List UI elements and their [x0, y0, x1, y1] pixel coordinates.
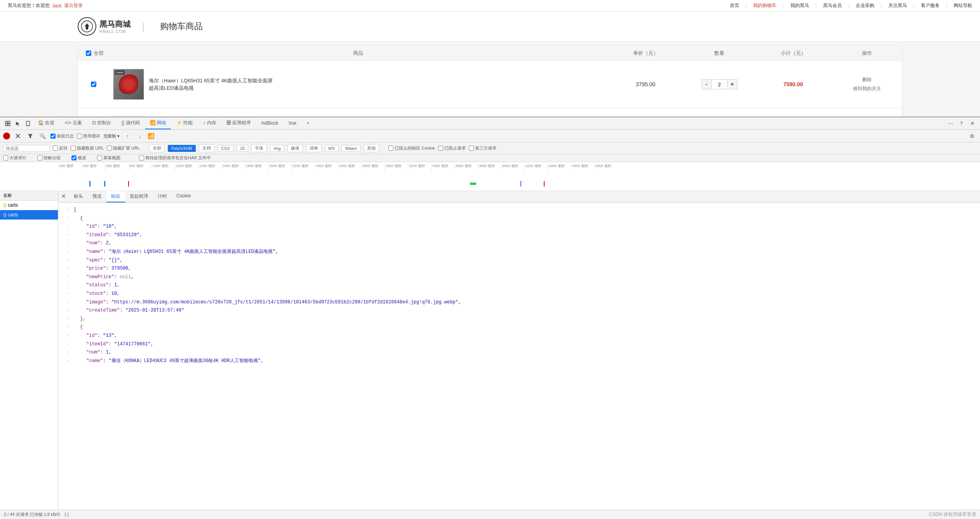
filter-manifest[interactable]: 清单 [306, 144, 322, 152]
record-button[interactable] [3, 132, 10, 139]
json-line-num2: - "num": 1, [58, 348, 980, 357]
include-har-label[interactable]: 将待处理的请求包含在HAR 文件中 [139, 155, 211, 161]
wf-bar-2 [104, 181, 105, 186]
check-all-checkbox[interactable] [86, 51, 91, 56]
group-frame-label[interactable]: 按帧分组 [37, 155, 61, 161]
item1-checkbox[interactable] [91, 82, 96, 87]
tab-memory[interactable]: ○ 内存 [198, 117, 221, 129]
third-party-checkbox[interactable] [469, 146, 474, 151]
request-item-2[interactable]: ⟨⟩ carts [0, 210, 58, 220]
filter-icon-btn[interactable] [26, 131, 35, 141]
tab-preview[interactable]: 预览 [88, 191, 106, 202]
tab-timing[interactable]: 计时 [153, 191, 172, 202]
filter-other[interactable]: 其他 [364, 144, 379, 152]
filter-all[interactable]: 全部 [149, 144, 165, 152]
blocked-req-label[interactable]: 已阻止请求 [438, 145, 466, 151]
tick-2800: 2800 毫秒 [361, 164, 385, 171]
tab-response[interactable]: 响应 [106, 191, 125, 202]
tab-initiator[interactable]: 发起程序 [125, 191, 153, 202]
nav-sitemap[interactable]: 网站导航 [954, 2, 972, 9]
large-rows-label[interactable]: 大请求行 [3, 155, 26, 161]
filter-wasm[interactable]: Wasm [341, 145, 360, 152]
devtools-inspect-btn[interactable] [3, 119, 12, 128]
nav-cart[interactable]: 我的购物车 [753, 2, 776, 9]
devtools-mobile-btn[interactable] [23, 119, 33, 128]
filter-css[interactable]: CSS [218, 145, 233, 152]
username-link[interactable]: Jack [52, 3, 62, 9]
tab-elements[interactable]: </> 元素 [60, 117, 87, 129]
item1-qty-minus[interactable]: - [701, 79, 712, 89]
disable-cache-label[interactable]: 禁用缓存 [77, 133, 100, 139]
third-party-label[interactable]: 第三方请求 [469, 145, 496, 151]
import-btn[interactable]: ↑ [123, 131, 132, 141]
tab-welcome[interactable]: 🏠 欢迎 [33, 117, 59, 129]
invert-label[interactable]: 反转 [53, 145, 68, 151]
blocked-req-checkbox[interactable] [438, 146, 443, 151]
tab-add[interactable]: + [302, 118, 314, 129]
nav-my[interactable]: 我的黑马 [790, 2, 809, 9]
devtools-more-btn[interactable]: ⋯ [946, 119, 955, 128]
devtools-cursor-btn[interactable] [13, 119, 23, 128]
nav-member[interactable]: 黑马会员 [823, 2, 842, 9]
filter-doc[interactable]: 文档 [199, 144, 214, 152]
item1-move-link[interactable]: 移到我的关注 [853, 85, 881, 92]
logout-link[interactable]: 退出登录 [64, 2, 83, 9]
filter-media[interactable]: 媒体 [287, 144, 303, 152]
hide-data-url-label[interactable]: 隐藏数据 URL [71, 145, 104, 151]
filter-font[interactable]: 字体 [251, 144, 267, 152]
export-btn[interactable]: ↓ [135, 131, 144, 141]
blocked-cookie-checkbox[interactable] [388, 146, 393, 151]
hide-ext-url-checkbox[interactable] [107, 146, 112, 151]
include-har-checkbox[interactable] [139, 155, 144, 160]
blocked-cookie-label[interactable]: 已阻止的响应 Cookie [388, 145, 435, 151]
capture-screenshots-label[interactable]: 屏幕截图 [97, 155, 120, 161]
tab-application[interactable]: ☰ 应用程序 [222, 117, 256, 129]
tab-console[interactable]: ⊡ 控制台 [87, 117, 116, 129]
tab-adblock[interactable]: AdBlock [256, 118, 283, 129]
tab-headers[interactable]: 标头 [69, 191, 88, 202]
preserve-log-checkbox[interactable] [50, 134, 56, 139]
preserve-log-label[interactable]: 保留日志 [50, 133, 74, 139]
nav-enterprise[interactable]: 企业采购 [856, 2, 874, 9]
settings-icon-btn[interactable]: ⚙ [968, 131, 977, 141]
filter-js[interactable]: JS [237, 145, 249, 152]
disable-cache-checkbox[interactable] [77, 134, 82, 139]
nav-follow[interactable]: 关注黑马 [888, 2, 907, 9]
xhr-icon-2: ⟨⟩ [3, 212, 6, 218]
invert-checkbox[interactable] [53, 146, 58, 151]
ln-6: - [61, 248, 69, 256]
tick-4400: 4400 毫秒 [548, 164, 571, 171]
devtools-help-btn[interactable]: ? [957, 119, 966, 128]
overview-checkbox[interactable] [71, 155, 77, 160]
group-frame-checkbox[interactable] [37, 155, 42, 160]
capture-screenshots-checkbox[interactable] [97, 155, 102, 160]
devtools-panel: 🏠 欢迎 </> 元素 ⊡ 控制台 {} 源代码 📶 网络 ⚡ 性能 ○ 内存 … [0, 117, 980, 519]
overview-label[interactable]: 概述 [71, 155, 86, 161]
clear-button[interactable] [13, 131, 23, 141]
nav-home[interactable]: 首页 [730, 2, 739, 9]
hide-data-url-checkbox[interactable] [71, 146, 76, 151]
filter-fetch-xhr[interactable]: Fetch/XHR [168, 145, 196, 152]
item1-qty-input[interactable] [712, 79, 727, 89]
close-detail-btn[interactable]: ✕ [58, 191, 69, 202]
devtools-close-btn[interactable]: ✕ [968, 119, 977, 128]
filter-input[interactable] [3, 145, 50, 152]
logo-main: 黑马商城 [99, 19, 131, 30]
filter-ws[interactable]: WS [325, 145, 339, 152]
item1-delete-link[interactable]: 删除 [862, 77, 872, 83]
filter-img[interactable]: Img [270, 145, 284, 152]
tab-cookie[interactable]: Cookie [172, 191, 195, 202]
devtools-statusbar: 2 / 44 次请求 已传输 1.8 kB/S { } CSDN @程序猿零零漆 [0, 510, 980, 519]
tab-performance[interactable]: ⚡ 性能 [172, 117, 197, 129]
tab-network[interactable]: 📶 网络 [145, 117, 171, 129]
tab-sources[interactable]: {} 源代码 [117, 117, 144, 129]
json-line-createtime: - "createTime": "2025-01-28T13:57:46" [58, 307, 980, 315]
tab-vue[interactable]: Vue [284, 118, 301, 129]
hide-ext-url-label[interactable]: 隐藏扩展 URL [107, 145, 140, 151]
search-icon-btn[interactable]: 🔍 [38, 131, 47, 141]
request-item-1[interactable]: ⟨⟩ carts [0, 200, 58, 210]
item1-qty-plus[interactable]: + [727, 79, 737, 89]
json-viewer: - [ - { - "id": "18", - "itemId": "8533 [58, 203, 980, 510]
nav-service[interactable]: 客户服务 [921, 2, 940, 9]
large-rows-checkbox[interactable] [3, 155, 8, 160]
